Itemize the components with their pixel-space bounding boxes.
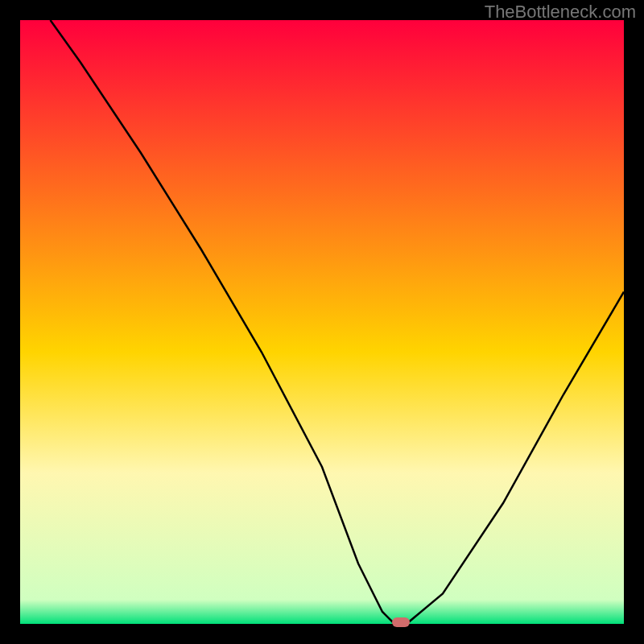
optimal-point-marker <box>392 617 410 627</box>
chart-container: TheBottleneck.com <box>0 0 644 644</box>
chart-background <box>20 20 624 624</box>
bottleneck-chart <box>20 20 624 624</box>
watermark-text: TheBottleneck.com <box>485 2 636 23</box>
